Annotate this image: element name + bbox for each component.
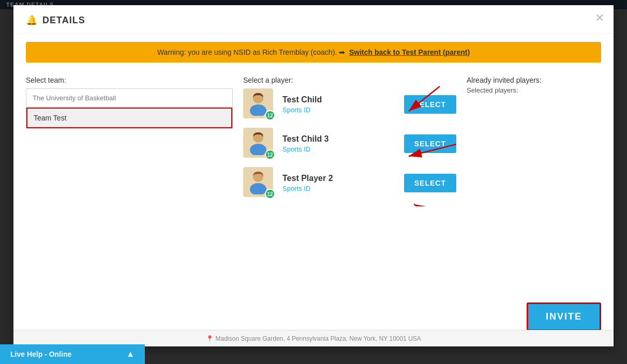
select-button-2[interactable]: SELECT — [404, 174, 456, 192]
switch-back-link[interactable]: Switch back to Test Parent (parent) — [349, 48, 470, 56]
warning-text: Warning: you are using NSID as Rich Trem… — [157, 48, 337, 56]
invite-button[interactable]: INVITE — [527, 302, 601, 331]
player-selection-column: Select a player: — [243, 76, 456, 206]
player-id: Sports ID — [282, 106, 397, 114]
team-item-selected[interactable]: Team Test — [26, 108, 232, 128]
svg-point-7 — [250, 183, 266, 194]
badge-12: 12 — [265, 149, 275, 160]
already-invited-label: Already invited players: — [467, 76, 601, 84]
bell-icon: 🔔 — [26, 14, 37, 26]
modal-overlay: 🔔 DETAILS ✕ Warning: you are using NSID … — [0, 0, 627, 364]
avatar: 12 — [243, 88, 275, 120]
player-name: Test Child — [282, 95, 397, 104]
selected-players-label: Selected players: — [467, 86, 601, 94]
player-row: 12 Test Player 2 Sports ID SELECT — [243, 167, 456, 199]
arrow-icon: ➡ — [339, 48, 345, 56]
badge-12: 12 — [265, 189, 275, 199]
select-button-1[interactable]: SELECT — [404, 134, 456, 153]
player-name: Test Player 2 — [282, 174, 397, 183]
right-column: Already invited players: Selected player… — [467, 76, 601, 206]
select-player-label: Select a player: — [243, 76, 456, 84]
select-button-0[interactable]: SELECT — [404, 95, 456, 114]
chevron-up-icon: ▲ — [126, 350, 135, 359]
modal-title: DETAILS — [42, 15, 85, 26]
avatar: 12 — [243, 167, 275, 199]
modal-header: 🔔 DETAILS — [13, 5, 614, 34]
player-name: Test Child 3 — [282, 134, 397, 144]
player-info: Test Child Sports ID — [282, 95, 397, 114]
svg-point-4 — [250, 144, 266, 155]
team-selection-column: Select team: The University of Basketbal… — [26, 76, 233, 206]
badge-12: 12 — [265, 110, 275, 120]
invite-button-container: INVITE — [527, 302, 601, 331]
svg-point-1 — [250, 104, 266, 116]
modal-body: Select team: The University of Basketbal… — [13, 71, 614, 217]
select-team-label: Select team: — [26, 76, 233, 84]
player-info: Test Player 2 Sports ID — [282, 174, 397, 192]
footer-address: 📍 Madison Square Garden, 4 Pennsylvania … — [206, 335, 421, 342]
live-help-widget[interactable]: Live Help - Online ▲ — [0, 344, 145, 364]
player-row: 12 Test Child 3 Sports ID SELECT — [243, 128, 456, 160]
team-list: The University of Basketball Team Test — [26, 88, 233, 129]
player-id: Sports ID — [282, 145, 397, 153]
close-button[interactable]: ✕ — [595, 12, 604, 24]
svg-line-12 — [414, 204, 456, 206]
modal: 🔔 DETAILS ✕ Warning: you are using NSID … — [13, 5, 614, 346]
avatar: 12 — [243, 128, 275, 160]
player-info: Test Child 3 Sports ID — [282, 134, 397, 153]
warning-banner: Warning: you are using NSID as Rich Trem… — [26, 42, 601, 63]
live-help-label: Live Help - Online — [10, 350, 71, 358]
player-row: 12 Test Child Sports ID SELECT — [243, 88, 456, 120]
org-name: The University of Basketball — [26, 89, 232, 108]
player-id: Sports ID — [282, 185, 397, 192]
